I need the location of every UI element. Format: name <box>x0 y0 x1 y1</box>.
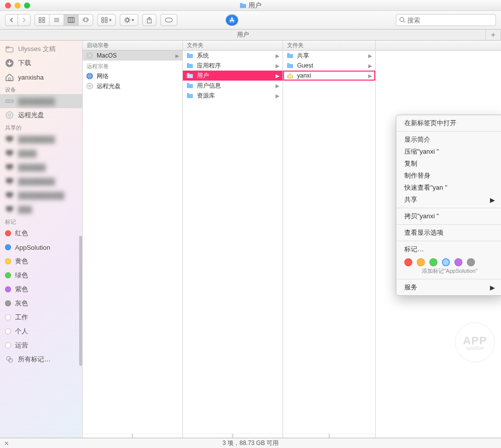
svg-rect-43 <box>8 155 11 156</box>
sidebar-tag-work[interactable]: 工作 <box>0 310 82 324</box>
sidebar-item-shared[interactable]: ██████ <box>0 160 82 174</box>
column-item-macos[interactable]: MacOS ▶ <box>83 51 182 61</box>
column-item[interactable]: Guest▶ <box>283 61 375 71</box>
sidebar-item-shared[interactable]: ███ <box>0 202 82 216</box>
svg-rect-17 <box>102 21 104 23</box>
ctx-getinfo[interactable]: 显示简介 <box>396 134 501 146</box>
item-label: MacOS <box>97 52 117 59</box>
action-button[interactable]: ▾ <box>120 14 138 26</box>
column-item[interactable]: 应用程序▶ <box>183 61 283 71</box>
svg-rect-67 <box>187 94 193 98</box>
ctx-duplicate[interactable]: 复制 <box>396 158 501 170</box>
tag-red[interactable] <box>404 258 412 266</box>
tag-gray[interactable] <box>467 258 475 266</box>
ctx-alias[interactable]: 制作替身 <box>396 170 501 182</box>
arrange-button[interactable]: ▾ <box>97 14 116 26</box>
ctx-services[interactable]: 服务▶ <box>396 281 501 293</box>
ctx-open-new-tab[interactable]: 在新标签页中打开 <box>396 117 501 129</box>
chevron-right-icon: ▶ <box>276 53 280 59</box>
tag-orange[interactable] <box>417 258 425 266</box>
sidebar-item-label: 工作 <box>15 313 28 322</box>
column-item[interactable]: 用户信息▶ <box>183 81 283 91</box>
ctx-compress[interactable]: 压缩"yanxi " <box>396 146 501 158</box>
svg-rect-61 <box>187 64 193 68</box>
view-icon-button[interactable] <box>35 15 50 26</box>
svg-rect-63 <box>187 74 193 78</box>
sidebar-tag-purple[interactable]: 紫色 <box>0 282 82 296</box>
column-item-selected[interactable]: yanxi▶ <box>283 71 375 81</box>
tab-active[interactable]: 用户 <box>0 30 486 40</box>
view-coverflow-button[interactable] <box>79 15 93 26</box>
monitor-icon <box>5 135 14 144</box>
column-item[interactable]: 资源库▶ <box>183 91 283 101</box>
sidebar-item-shared[interactable]: ████████ <box>0 174 82 188</box>
tag-dot-icon <box>5 328 11 334</box>
sidebar-item-ulysses[interactable]: Ulysses 文稿 <box>0 42 82 56</box>
ctx-viewoptions[interactable]: 查看显示选项 <box>396 227 501 239</box>
sidebar-item-shared[interactable]: ████ <box>0 146 82 160</box>
grid-icon <box>39 17 46 23</box>
view-list-button[interactable] <box>50 15 64 26</box>
column-item-network[interactable]: 网络 <box>83 71 182 81</box>
chevron-right-icon <box>22 18 27 23</box>
column-item-selected[interactable]: 用户▶ <box>183 71 283 81</box>
column-view: 启动宗卷 MacOS ▶ 远程宗卷 网络 远程光盘 ‖ <box>83 41 501 437</box>
tag-blue-selected[interactable] <box>442 258 450 266</box>
tab-add[interactable]: + <box>486 30 501 40</box>
svg-rect-2 <box>39 18 41 20</box>
close-icon[interactable]: ✕ <box>4 440 9 447</box>
disc-icon <box>86 82 94 90</box>
sidebar-tag-yellow[interactable]: 黄色 <box>0 254 82 268</box>
sidebar-tag-appsolution[interactable]: AppSolution <box>0 240 82 254</box>
sidebar-item-downloads[interactable]: 下载 <box>0 56 82 70</box>
ctx-copy[interactable]: 拷贝"yanxi " <box>396 210 501 222</box>
back-button[interactable] <box>6 15 18 26</box>
search-field[interactable] <box>396 14 496 26</box>
sidebar-tag-red[interactable]: 红色 <box>0 226 82 240</box>
ctx-share[interactable]: 共享▶ <box>396 194 501 206</box>
search-input[interactable] <box>407 17 492 24</box>
forward-button[interactable] <box>18 15 30 26</box>
tags-button[interactable] <box>160 14 177 26</box>
sidebar-item-shared[interactable]: ██████████ <box>0 188 82 202</box>
column-resize[interactable]: ‖ <box>283 433 375 437</box>
column-item[interactable]: 共享▶ <box>283 51 375 61</box>
share-button[interactable] <box>142 14 156 26</box>
column-1: 启动宗卷 MacOS ▶ 远程宗卷 网络 远程光盘 ‖ <box>83 41 183 437</box>
appstore-button[interactable] <box>225 14 238 26</box>
svg-rect-42 <box>6 150 13 155</box>
item-label: 网络 <box>97 72 109 81</box>
svg-rect-71 <box>287 64 293 68</box>
sidebar-tag-green[interactable]: 绿色 <box>0 268 82 282</box>
folder-icon <box>186 52 194 60</box>
ctx-quicklook[interactable]: 快速查看"yan " <box>396 182 501 194</box>
svg-rect-66 <box>187 83 189 85</box>
sidebar-item-home[interactable]: yanxisha <box>0 70 82 84</box>
svg-rect-44 <box>6 164 13 169</box>
tag-purple[interactable] <box>454 258 462 266</box>
svg-rect-37 <box>6 100 14 103</box>
sidebar-tag-gray[interactable]: 灰色 <box>0 296 82 310</box>
sidebar-tag-personal[interactable]: 个人 <box>0 324 82 338</box>
column-item[interactable]: 系统▶ <box>183 51 283 61</box>
column-resize[interactable]: ‖ <box>183 433 283 437</box>
sidebar-tag-ops[interactable]: 运营 <box>0 338 82 352</box>
svg-rect-15 <box>102 18 104 20</box>
sidebar-item-label: 个人 <box>15 327 28 336</box>
sidebar-item-shared[interactable]: ████████ <box>0 132 82 146</box>
item-label: 用户 <box>197 72 209 80</box>
search-icon <box>399 17 405 23</box>
sidebar-item-remotedisc[interactable]: 远程光盘 <box>0 108 82 122</box>
chevron-left-icon <box>9 18 14 23</box>
monitor-icon <box>5 149 14 158</box>
tag-green[interactable] <box>429 258 437 266</box>
sidebar-item-device[interactable]: ████████ <box>0 94 82 108</box>
column-resize[interactable]: ‖ <box>83 433 182 437</box>
svg-rect-5 <box>43 21 45 23</box>
sidebar-tag-all[interactable]: 所有标记… <box>0 352 82 366</box>
svg-rect-70 <box>287 53 290 55</box>
sidebar-item-label: 黄色 <box>15 257 28 266</box>
column-item-remotedisc[interactable]: 远程光盘 <box>83 81 182 91</box>
view-column-button[interactable] <box>64 15 79 26</box>
sidebar-scrollbar[interactable] <box>79 236 82 366</box>
